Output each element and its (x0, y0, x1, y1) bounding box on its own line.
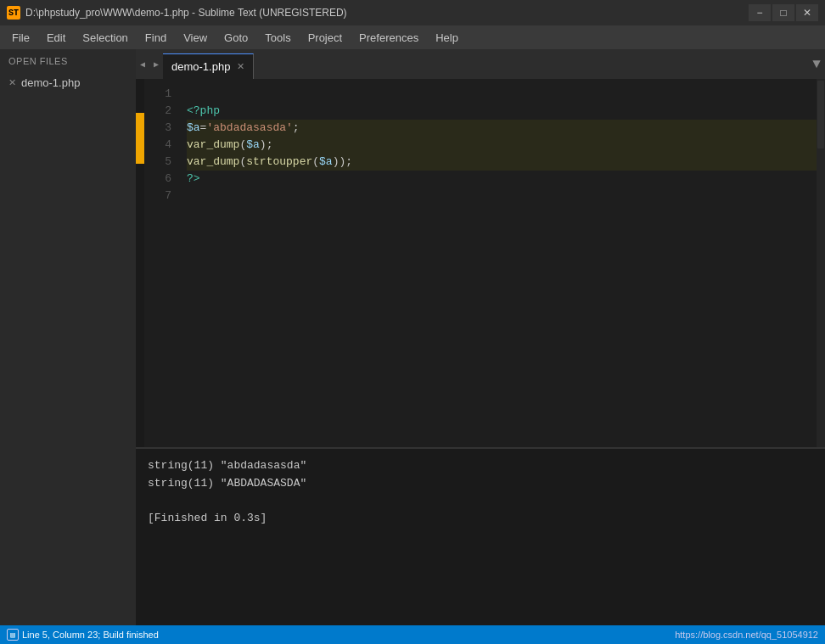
code-line-2: <?php (187, 103, 817, 120)
status-bar: ▤ Line 5, Column 23; Build finished http… (0, 625, 825, 644)
maximize-button[interactable]: □ (772, 4, 794, 21)
sidebar-filename: demo-1.php (21, 76, 80, 89)
menu-help[interactable]: Help (427, 28, 467, 48)
indicator-4 (136, 130, 144, 147)
main-area: OPEN FILES ✕ demo-1.php ◀ ▶ demo-1.php ✕… (0, 49, 825, 625)
indicator-2 (136, 96, 144, 113)
close-file-icon[interactable]: ✕ (8, 77, 16, 88)
code-line-7 (187, 188, 817, 204)
indicator-1 (136, 79, 144, 96)
menu-file[interactable]: File (3, 28, 38, 48)
editor-area: ◀ ▶ demo-1.php ✕ ▼ 1 2 (136, 49, 825, 625)
title-bar: ST D:\phpstudy_pro\WWW\demo-1.php - Subl… (0, 0, 825, 25)
tab-nav-left[interactable]: ◀ (136, 49, 149, 79)
menu-project[interactable]: Project (300, 28, 351, 48)
tab-bar: ◀ ▶ demo-1.php ✕ ▼ (136, 49, 825, 79)
code-editor[interactable]: 1 2 3 4 5 6 7 <?php $a='abdadasasda'; va… (136, 79, 825, 447)
indicator-6 (136, 164, 144, 181)
menu-selection[interactable]: Selection (74, 28, 136, 48)
tab-label: demo-1.php (171, 60, 230, 73)
minimize-button[interactable]: − (749, 4, 771, 21)
output-text: string(11) "abdadasasda" string(11) "ABD… (148, 457, 813, 528)
status-text: Line 5, Column 23; Build finished (22, 630, 159, 640)
code-content[interactable]: <?php $a='abdadasasda'; var_dump($a); va… (178, 79, 817, 447)
output-panel: string(11) "abdadasasda" string(11) "ABD… (136, 447, 825, 625)
window-controls: − □ ✕ (749, 4, 818, 21)
indicator-5 (136, 147, 144, 164)
line-numbers: 1 2 3 4 5 6 7 (144, 79, 178, 447)
app-icon: ST (7, 6, 20, 20)
close-button[interactable]: ✕ (796, 4, 818, 21)
status-left: ▤ Line 5, Column 23; Build finished (7, 629, 159, 641)
indicator-3 (136, 113, 144, 130)
menu-tools[interactable]: Tools (256, 28, 299, 48)
tab-close-icon[interactable]: ✕ (237, 61, 244, 72)
menu-find[interactable]: Find (137, 28, 175, 48)
menu-bar: File Edit Selection Find View Goto Tools… (0, 25, 825, 49)
code-line-3: $a='abdadasasda'; (187, 120, 817, 137)
status-url: https://blog.csdn.net/qq_51054912 (675, 630, 818, 640)
code-line-4: var_dump($a); (187, 137, 817, 154)
tab-nav-right[interactable]: ▶ (149, 49, 163, 79)
status-icon: ▤ (7, 629, 19, 641)
line-indicators (136, 79, 144, 447)
menu-edit[interactable]: Edit (38, 28, 74, 48)
indicator-7 (136, 181, 144, 198)
tab-demo1php[interactable]: demo-1.php ✕ (163, 53, 254, 79)
code-line-5: var_dump(strtoupper($a)); (187, 154, 817, 171)
sidebar: OPEN FILES ✕ demo-1.php (0, 49, 136, 625)
sidebar-item-demo1php[interactable]: ✕ demo-1.php (0, 73, 136, 92)
tab-dropdown[interactable]: ▼ (808, 49, 825, 79)
window-title: D:\phpstudy_pro\WWW\demo-1.php - Sublime… (25, 7, 347, 19)
sidebar-header: OPEN FILES (0, 49, 136, 73)
title-bar-left: ST D:\phpstudy_pro\WWW\demo-1.php - Subl… (7, 6, 347, 20)
minimap (817, 79, 825, 447)
menu-goto[interactable]: Goto (216, 28, 256, 48)
code-line-6: ?> (187, 171, 817, 188)
code-line-1 (187, 86, 817, 103)
menu-preferences[interactable]: Preferences (351, 28, 427, 48)
menu-view[interactable]: View (175, 28, 216, 48)
